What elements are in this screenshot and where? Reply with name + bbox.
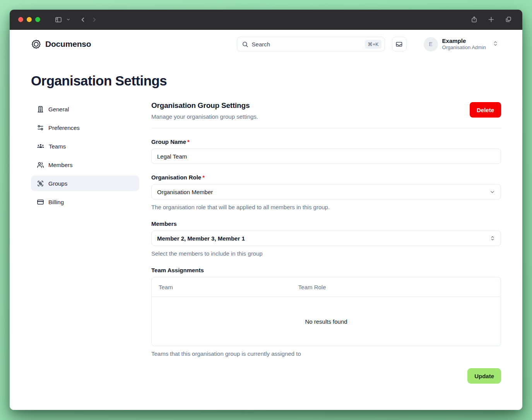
organisation-role-select[interactable]: Organisation Member <box>151 184 501 200</box>
window-titlebar <box>10 10 522 30</box>
section-subheading: Manage your organisation group settings. <box>151 113 258 120</box>
user-name: Example <box>442 38 486 45</box>
browser-window: Documenso ⌘+K E <box>10 10 522 410</box>
group-name-label: Group Name* <box>151 138 501 145</box>
organisation-role-value: Organisation Member <box>157 189 213 195</box>
group-settings-panel: Organisation Group Settings Manage your … <box>151 101 501 410</box>
building-icon <box>37 106 44 113</box>
sidebar-item-label: Members <box>48 162 73 168</box>
column-header-team: Team <box>152 284 298 290</box>
organisation-role-helper: The organisation role that will be appli… <box>151 204 501 210</box>
sidebar-menu-chevron-icon[interactable] <box>64 14 72 26</box>
page-title: Organisation Settings <box>10 57 522 89</box>
sidebar-item-billing[interactable]: Billing <box>31 194 139 210</box>
required-asterisk: * <box>187 138 190 145</box>
traffic-lights <box>18 17 40 22</box>
minimize-window-button[interactable] <box>27 17 32 22</box>
sidebar-item-label: Preferences <box>48 125 80 131</box>
app-surface: Documenso ⌘+K E <box>10 30 522 410</box>
sidebar-item-label: Teams <box>49 143 66 150</box>
sidebar-item-label: Billing <box>48 199 64 205</box>
brand[interactable]: Documenso <box>31 39 91 50</box>
members-value: Member 2, Member 3, Member 1 <box>157 235 245 242</box>
section-heading: Organisation Group Settings <box>151 101 258 110</box>
tab-overview-icon[interactable] <box>502 14 514 26</box>
sidebar-item-teams[interactable]: Teams <box>31 138 139 154</box>
sidebar-item-label: Groups <box>48 180 67 187</box>
sidebar-item-groups[interactable]: Groups <box>31 176 139 191</box>
team-assignments-label: Team Assignments <box>151 267 501 273</box>
sidebar-item-members[interactable]: Members <box>31 157 139 172</box>
members-label: Members <box>151 220 501 227</box>
inbox-button[interactable] <box>392 37 407 51</box>
empty-state-text: No results found <box>152 297 501 346</box>
group-name-field: Group Name* <box>151 138 501 164</box>
share-icon[interactable] <box>468 14 480 26</box>
forward-button-icon <box>89 14 100 26</box>
sidebar-item-general[interactable]: General <box>31 101 139 117</box>
members-helper: Select the members to include in this gr… <box>151 250 501 257</box>
members-field: Members Member 2, Member 3, Member 1 Sel… <box>151 220 501 257</box>
team-assignments-field: Team Assignments Team Team Role No resul… <box>151 267 501 357</box>
group-frame-icon <box>37 180 44 187</box>
table-header-row: Team Team Role <box>152 277 501 297</box>
brand-name: Documenso <box>45 39 91 49</box>
new-tab-icon[interactable] <box>485 14 497 26</box>
team-assignments-helper: Teams that this organisation group is cu… <box>151 350 501 357</box>
credit-card-icon <box>37 198 44 206</box>
search-bar[interactable]: ⌘+K <box>237 37 385 51</box>
column-header-team-role: Team Role <box>298 284 501 290</box>
chevron-down-icon <box>489 189 495 195</box>
organisation-role-field: Organisation Role* Organisation Member T… <box>151 174 501 210</box>
team-icon <box>37 142 44 150</box>
team-assignments-table: Team Team Role No results found <box>151 277 501 346</box>
search-input[interactable] <box>252 41 365 48</box>
user-menu[interactable]: E Example Organisation Admin <box>424 37 498 51</box>
app-header: Documenso ⌘+K E <box>10 30 522 57</box>
user-role: Organisation Admin <box>442 44 486 51</box>
delete-button[interactable]: Delete <box>470 102 501 118</box>
update-button[interactable]: Update <box>467 368 501 384</box>
avatar: E <box>424 37 438 51</box>
search-icon <box>242 41 248 48</box>
users-icon <box>37 161 44 169</box>
sliders-icon <box>37 124 44 131</box>
zoom-window-button[interactable] <box>35 17 40 22</box>
back-button-icon[interactable] <box>77 14 89 26</box>
members-combobox[interactable]: Member 2, Member 3, Member 1 <box>151 230 501 246</box>
organisation-role-label: Organisation Role* <box>151 174 501 181</box>
sidebar-item-preferences[interactable]: Preferences <box>31 120 139 135</box>
sidebar-toggle-icon[interactable] <box>53 14 64 26</box>
group-name-input[interactable] <box>157 153 495 160</box>
required-asterisk: * <box>202 174 205 181</box>
inbox-icon <box>395 41 403 48</box>
documenso-logo-icon <box>31 39 41 50</box>
chevrons-up-down-icon <box>493 41 498 48</box>
sidebar-item-label: General <box>48 106 69 113</box>
settings-sidebar: General Preferences <box>31 101 139 410</box>
close-window-button[interactable] <box>18 17 23 22</box>
search-shortcut-badge: ⌘+K <box>365 40 381 49</box>
chevrons-up-down-icon <box>490 236 495 241</box>
section-divider <box>151 128 501 128</box>
